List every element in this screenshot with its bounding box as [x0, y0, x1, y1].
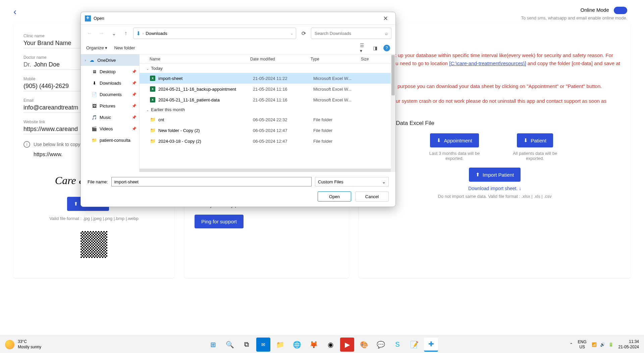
column-header-size[interactable]: Size: [361, 57, 388, 61]
column-header-date[interactable]: Date modified: [250, 57, 311, 61]
vertical-scrollbar[interactable]: [391, 54, 395, 172]
organize-menu[interactable]: Organize ▾: [86, 45, 107, 50]
column-header-type[interactable]: Type: [311, 57, 361, 61]
clock[interactable]: 11:3421-05-2024: [619, 339, 639, 350]
new-folder-button[interactable]: New folder: [114, 45, 135, 50]
sidebar-item-documents[interactable]: 📄Documents📌: [81, 89, 139, 100]
download-icon: ⬇: [437, 137, 441, 143]
import-patient-button[interactable]: ⬆Import Patient: [469, 168, 521, 182]
nav-recent-button[interactable]: ⌄: [109, 29, 118, 38]
wifi-icon[interactable]: 📶: [592, 342, 597, 347]
backup-title: Backup: [369, 34, 621, 43]
sidebar-item-desktop[interactable]: 🖥Desktop📌: [81, 66, 139, 77]
sidebar-item-downloads[interactable]: ⬇Downloads📌: [81, 77, 139, 89]
ping-support-button[interactable]: Ping for support: [195, 215, 244, 228]
skype-icon[interactable]: S: [390, 338, 405, 352]
file-list: Name Date modified Type Size ⌄TodayXimpo…: [140, 54, 395, 172]
whatsapp-icon[interactable]: 💬: [374, 338, 388, 352]
appointment-button[interactable]: ⬇Appointment: [430, 133, 479, 147]
breadcrumb-separator-icon: ›: [143, 32, 144, 35]
app-icon-paint[interactable]: 🎨: [357, 338, 371, 352]
firefox-icon[interactable]: 🦊: [307, 338, 321, 352]
volume-icon[interactable]: 🔊: [600, 342, 605, 347]
search-box[interactable]: ⌕: [311, 28, 391, 39]
open-button[interactable]: Open: [318, 191, 351, 202]
weather-widget[interactable]: 33°CMostly sunny: [5, 339, 41, 350]
file-row[interactable]: 📁New folder - Copy (2)06-05-2024 12:47Fi…: [140, 125, 395, 136]
address-dropdown-icon[interactable]: ⌄: [290, 32, 293, 35]
close-button[interactable]: ✕: [380, 13, 391, 24]
battery-icon[interactable]: 🔋: [608, 342, 613, 347]
notepad-icon[interactable]: 📝: [407, 338, 421, 352]
edge-icon[interactable]: 🌐: [290, 338, 304, 352]
online-mode-toggle[interactable]: [614, 7, 627, 14]
backup-card: Backup Please back up your database with…: [359, 24, 631, 278]
file-row[interactable]: Ximport-sheet21-05-2024 11:22Microsoft E…: [140, 73, 395, 84]
task-view-button[interactable]: ⧉: [239, 338, 254, 352]
taskbar: 33°CMostly sunny ⊞ 🔍 ⧉ ✉ 📁 🌐 🦊 ◉ ▶ 🎨 💬 S…: [0, 336, 644, 353]
patient-subtext: All patients data will be exported.: [505, 151, 565, 161]
app-icon: [85, 15, 91, 21]
filename-input[interactable]: [111, 177, 312, 186]
file-explorer-icon[interactable]: 📁: [273, 338, 287, 352]
valid-format-text: Valid file format : .jpg |.jpeg |.png |.…: [23, 216, 164, 221]
filetype-select[interactable]: Custom Files⌄: [315, 177, 389, 186]
start-button[interactable]: ⊞: [206, 338, 220, 352]
nav-forward-button[interactable]: →: [97, 29, 106, 38]
file-open-dialog: Open ✕ ← → ⌄ ↑ ⬇ › Downloads ⌄ ⟳ ⌕ Organ…: [80, 12, 396, 207]
column-header-name[interactable]: Name: [150, 57, 250, 61]
file-row[interactable]: 📁cnt06-05-2024 22:32File folder: [140, 114, 395, 125]
weather-icon: [5, 340, 14, 349]
file-row[interactable]: X2024-05-21_11-16_backup-appointment21-0…: [140, 84, 395, 94]
qr-code: [80, 231, 107, 258]
address-bar[interactable]: ⬇ › Downloads ⌄: [133, 28, 296, 39]
file-group-header[interactable]: ⌄Today: [140, 64, 395, 73]
cancel-button[interactable]: Cancel: [355, 191, 389, 202]
outlook-icon[interactable]: ✉: [256, 338, 270, 352]
sidebar-item-patient-consulta[interactable]: 📁patient-consulta: [81, 134, 139, 146]
info-icon: i: [23, 141, 30, 148]
horizontal-scrollbar[interactable]: [140, 169, 391, 172]
sidebar-item-videos[interactable]: 🎬Videos📌: [81, 123, 139, 134]
preview-pane-button[interactable]: ◨: [372, 45, 378, 51]
nav-up-button[interactable]: ↑: [121, 29, 130, 38]
search-button[interactable]: 🔍: [223, 338, 237, 352]
help-button[interactable]: ?: [383, 45, 390, 51]
upload-icon: ⬆: [476, 172, 480, 178]
search-icon: ⌕: [385, 31, 388, 36]
file-row[interactable]: X2024-05-21_11-16_patient-data21-05-2024…: [140, 94, 395, 105]
download-icon: ⬇: [524, 137, 528, 143]
download-title: Download Data Excel File: [369, 120, 621, 127]
tray-chevron-icon[interactable]: ⌃: [570, 342, 573, 347]
backup-path-link[interactable]: [C:\care-and-treatment\resources\]: [449, 60, 526, 66]
chrome-icon[interactable]: ◉: [323, 338, 337, 352]
backup-paragraph-2: For analysis purpose you can download yo…: [369, 82, 621, 90]
filename-label: File name:: [88, 179, 108, 184]
download-folder-icon: ⬇: [136, 30, 141, 37]
backup-paragraph-1: Please back up your database within spec…: [369, 51, 621, 76]
sidebar-item-pictures[interactable]: 🖼Pictures📌: [81, 100, 139, 112]
sidebar-item-music[interactable]: 🎵Music📌: [81, 112, 139, 123]
view-options-button[interactable]: ☰ ▾: [360, 45, 367, 51]
appointment-subtext: Last 3 months data will be exported.: [424, 151, 485, 161]
app-icon-red[interactable]: ▶: [340, 338, 354, 352]
download-import-sheet-link[interactable]: Download import sheet. ↓: [369, 186, 621, 191]
search-input[interactable]: [315, 31, 385, 36]
folder-sidebar: ›☁OneDrive🖥Desktop📌⬇Downloads📌📄Documents…: [81, 54, 140, 172]
online-mode-subtext: To send sms, whatsapp and email enable o…: [521, 15, 627, 20]
upload-icon: ⬆: [74, 201, 78, 207]
sidebar-item-onedrive[interactable]: ›☁OneDrive: [81, 54, 139, 66]
dialog-title: Open: [94, 16, 104, 21]
file-row[interactable]: 📁2024-03-18 - Copy (2)06-05-2024 12:47Fi…: [140, 136, 395, 146]
refresh-button[interactable]: ⟳: [299, 29, 308, 38]
breadcrumb-text[interactable]: Downloads: [146, 31, 167, 36]
back-button[interactable]: ‹: [13, 6, 16, 17]
import-subtext: Do not import same data. Valid file form…: [369, 194, 621, 199]
online-mode-label: Online Mode: [580, 7, 609, 13]
file-group-header[interactable]: ⌄Earlier this month: [140, 105, 395, 114]
nav-back-button[interactable]: ←: [85, 29, 94, 38]
backup-paragraph-3: In case if your system crash or do not w…: [369, 97, 621, 113]
patient-button[interactable]: ⬇Patient: [517, 133, 553, 147]
care-treatment-app-icon[interactable]: ✚: [424, 338, 438, 352]
